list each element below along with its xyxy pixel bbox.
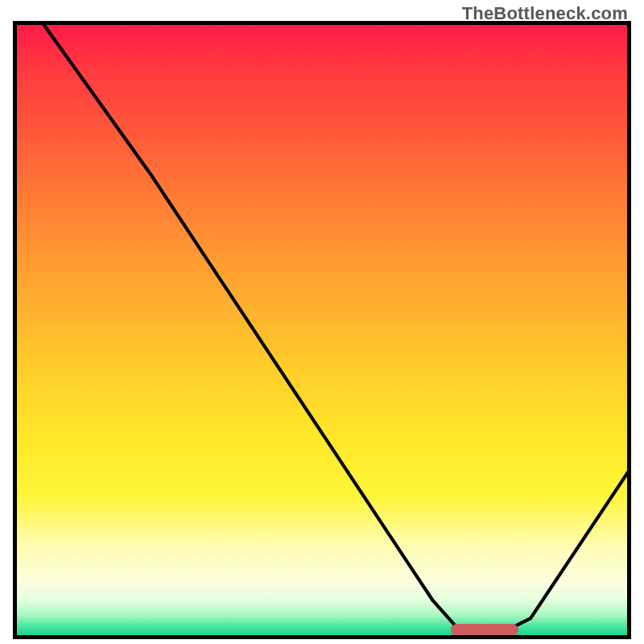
chart-container: TheBottleneck.com	[0, 0, 644, 644]
watermark-text: TheBottleneck.com	[462, 3, 628, 24]
optimal-range-marker	[451, 624, 518, 636]
plot-gradient-background	[15, 23, 629, 637]
